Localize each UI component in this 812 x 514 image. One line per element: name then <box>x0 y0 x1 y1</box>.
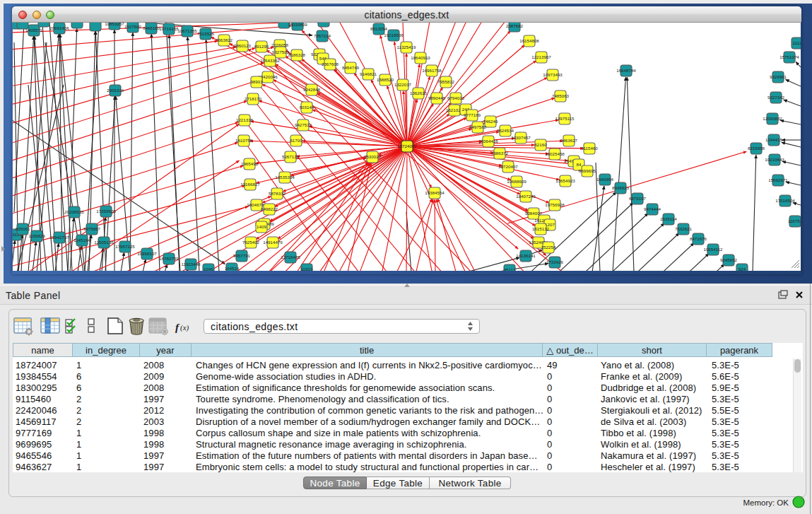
svg-text:9245652: 9245652 <box>720 257 738 262</box>
svg-text:1322037: 1322037 <box>394 82 412 87</box>
svg-text:1615132: 1615132 <box>532 226 550 231</box>
svg-text:746246: 746246 <box>483 119 498 124</box>
svg-text:1362615: 1362615 <box>410 90 428 95</box>
svg-text:9146821: 9146821 <box>360 71 377 76</box>
svg-text:2530027: 2530027 <box>364 154 382 159</box>
svg-text:7663822: 7663822 <box>216 37 233 42</box>
svg-text:1145194: 1145194 <box>73 238 90 243</box>
svg-text:95117: 95117 <box>504 267 516 271</box>
svg-text:9777169: 9777169 <box>464 112 481 117</box>
svg-text:252254: 252254 <box>541 245 556 250</box>
svg-text:9890448: 9890448 <box>428 95 446 100</box>
svg-text:9457791: 9457791 <box>233 253 251 258</box>
svg-text:603144: 603144 <box>300 105 314 110</box>
svg-text:1045: 1045 <box>204 267 213 271</box>
svg-text:1965492: 1965492 <box>241 161 259 166</box>
svg-text:12942737: 12942737 <box>49 235 69 240</box>
svg-text:8471676: 8471676 <box>690 236 707 241</box>
svg-text:14914479: 14914479 <box>263 240 283 245</box>
svg-text:10719155: 10719155 <box>159 26 179 31</box>
svg-text:f: f <box>175 322 180 333</box>
svg-text:19756928: 19756928 <box>545 202 565 207</box>
svg-text:61700: 61700 <box>290 138 302 143</box>
svg-text:11923: 11923 <box>301 267 313 271</box>
svg-text:1156829: 1156829 <box>28 233 45 238</box>
svg-text:9427512: 9427512 <box>295 122 312 127</box>
svg-text:62160: 62160 <box>534 142 547 147</box>
svg-text:9115460: 9115460 <box>581 146 598 151</box>
svg-text:18407249: 18407249 <box>516 194 536 199</box>
svg-text:891295: 891295 <box>254 44 269 49</box>
svg-text:7625402: 7625402 <box>242 240 260 245</box>
svg-text:9227342: 9227342 <box>767 95 785 100</box>
svg-text:7955812: 7955812 <box>437 79 455 84</box>
svg-text:2387682: 2387682 <box>506 23 524 28</box>
svg-text:10307457: 10307457 <box>511 135 531 140</box>
svg-text:17957225: 17957225 <box>115 244 135 249</box>
svg-text:9329961: 9329961 <box>770 74 787 79</box>
svg-text:20691406: 20691406 <box>49 25 69 30</box>
svg-text:20364416: 20364416 <box>478 139 498 144</box>
svg-text:17016504: 17016504 <box>775 198 795 203</box>
svg-text:8466160: 8466160 <box>143 25 160 30</box>
svg-text:12213967: 12213967 <box>531 54 551 59</box>
svg-text:6497568: 6497568 <box>469 124 487 129</box>
svg-text:1244415: 1244415 <box>765 137 783 142</box>
svg-text:8186328: 8186328 <box>288 52 306 57</box>
svg-text:13654923: 13654923 <box>555 178 575 183</box>
svg-text:19218506: 19218506 <box>384 33 404 37</box>
svg-text:14136141: 14136141 <box>516 253 536 258</box>
svg-text:20206535: 20206535 <box>64 209 84 214</box>
svg-text:12505135: 12505135 <box>94 240 114 245</box>
svg-text:19384554: 19384554 <box>425 190 445 195</box>
svg-text:1405571: 1405571 <box>25 28 43 33</box>
svg-text:11325419: 11325419 <box>396 45 416 49</box>
svg-text:2718170: 2718170 <box>245 96 262 101</box>
svg-text:7485063: 7485063 <box>552 93 570 98</box>
svg-text:7857224: 7857224 <box>314 33 331 38</box>
svg-text:10543362: 10543362 <box>260 58 280 63</box>
svg-text:9975867: 9975867 <box>83 226 101 231</box>
svg-text:1733426: 1733426 <box>546 259 564 264</box>
svg-text:19166827: 19166827 <box>240 182 260 187</box>
svg-text:924: 924 <box>739 267 746 271</box>
svg-text:8938923: 8938923 <box>612 185 630 190</box>
svg-text:8454749: 8454749 <box>342 65 360 70</box>
svg-text:1624534: 1624534 <box>497 128 514 133</box>
svg-text:10958107: 10958107 <box>137 251 157 256</box>
svg-text:7986372: 7986372 <box>491 151 509 156</box>
svg-text:13975115: 13975115 <box>555 116 575 121</box>
svg-text:7515526: 7515526 <box>197 31 215 36</box>
svg-text:10654112: 10654112 <box>703 247 723 252</box>
svg-text:835061: 835061 <box>16 226 30 231</box>
svg-text:10671355: 10671355 <box>177 28 197 33</box>
svg-text:104516: 104516 <box>225 266 240 271</box>
svg-text:15692971: 15692971 <box>768 177 788 182</box>
svg-text:17359926: 17359926 <box>96 209 116 214</box>
svg-text:84: 84 <box>577 162 582 167</box>
svg-text:2367608: 2367608 <box>322 62 339 66</box>
svg-text:18640910: 18640910 <box>411 55 430 60</box>
svg-text:10688609: 10688609 <box>507 179 526 184</box>
svg-text:116753: 116753 <box>788 218 801 223</box>
svg-text:9699695: 9699695 <box>579 168 596 173</box>
svg-text:12093832: 12093832 <box>763 116 782 121</box>
svg-text:6794023: 6794023 <box>447 95 465 100</box>
svg-text:10973493: 10973493 <box>543 72 563 77</box>
svg-text:16033809: 16033809 <box>288 23 307 27</box>
svg-text:9498222: 9498222 <box>261 206 278 211</box>
svg-text:(x): (x) <box>180 323 189 332</box>
svg-text:98901: 98901 <box>250 79 263 84</box>
svg-text:8813054: 8813054 <box>370 26 388 31</box>
svg-text:15751074: 15751074 <box>779 54 799 59</box>
svg-text:9463627: 9463627 <box>560 138 578 143</box>
svg-text:10025458: 10025458 <box>545 151 565 156</box>
svg-text:1610755: 1610755 <box>235 138 253 143</box>
svg-text:6479197: 6479197 <box>629 196 647 201</box>
svg-text:1527602: 1527602 <box>124 24 142 29</box>
svg-text:1640954: 1640954 <box>596 177 614 182</box>
svg-text:7632621: 7632621 <box>675 226 693 231</box>
svg-text:16782759: 16782759 <box>159 256 179 261</box>
svg-text:10720407: 10720407 <box>498 164 518 169</box>
svg-text:1112: 1112 <box>793 40 801 45</box>
